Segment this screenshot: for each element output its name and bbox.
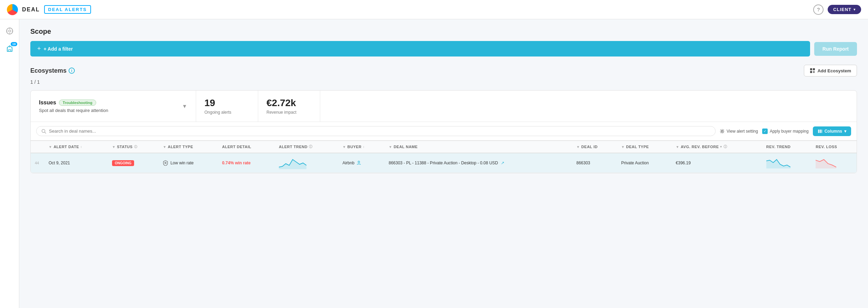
status-cell: ONGOING xyxy=(108,153,159,173)
col-header-deal-name: ▼ DEAL NAME xyxy=(384,141,572,153)
gear-icon xyxy=(720,129,725,134)
revenue-impact-stat: €2.72k Revenue impact xyxy=(258,91,320,122)
brand-deal-label: DEAL xyxy=(22,7,40,13)
apply-buyer-mapping-label: Apply buyer mapping xyxy=(770,129,809,134)
help-button[interactable]: ? xyxy=(813,4,824,15)
col-header-alert-type: ▼ ALERT TYPE xyxy=(159,141,218,153)
buyer-person-icon xyxy=(356,161,361,165)
issues-text: Issues xyxy=(39,100,56,106)
columns-chevron-icon: ▾ xyxy=(844,129,846,134)
col-header-rev-loss: REV. LOSS xyxy=(811,141,857,153)
svg-rect-6 xyxy=(810,68,812,70)
col-header-avg-rev: ▼ AVG. REV. BEFORE ▾ ⓘ xyxy=(672,141,762,153)
plus-icon: + xyxy=(37,45,41,52)
svg-rect-7 xyxy=(813,68,815,70)
col-header-deal-id: ▼ DEAL ID xyxy=(572,141,617,153)
topnav-right-area: ? CLIENT ▾ xyxy=(813,4,861,15)
brand-alerts-label: DEAL ALERTS xyxy=(44,5,91,14)
checkbox-checked-icon: ✓ xyxy=(762,129,768,134)
revenue-value: €2.72k xyxy=(266,97,312,109)
ongoing-count-label: Ongoing alerts xyxy=(204,110,250,115)
alerts-badge: 19 xyxy=(11,42,17,46)
col-header-empty xyxy=(31,141,44,153)
sidebar: 19 xyxy=(0,19,19,308)
table-container: ▼ ALERT DATE ↕ ▼ STATUS ⓘ xyxy=(31,141,857,173)
ecosystem-card: Issues Troubleshooting Spot all deals th… xyxy=(30,90,857,173)
table-body: 44 Oct 9, 2021 ONGOING xyxy=(31,153,857,173)
col-header-alert-trend: ALERT TREND ⓘ xyxy=(275,141,338,153)
add-ecosystem-label: Add Ecosystem xyxy=(817,68,851,73)
ecosystems-title-area: Ecosystems i xyxy=(30,67,75,74)
ecosystems-header: Ecosystems i Add Ecosystem xyxy=(30,65,857,76)
brand-area: DEAL DEAL ALERTS xyxy=(7,4,91,15)
svg-point-13 xyxy=(721,130,723,132)
rev-loss-cell xyxy=(811,153,857,173)
table-header: ▼ ALERT DATE ↕ ▼ STATUS ⓘ xyxy=(31,141,857,153)
svg-point-18 xyxy=(358,161,360,163)
ecosystem-summary: Issues Troubleshooting Spot all deals th… xyxy=(31,91,857,122)
rev-trend-cell xyxy=(762,153,811,173)
ecosystem-info-content: Issues Troubleshooting Spot all deals th… xyxy=(39,100,108,113)
ongoing-count-value: 19 xyxy=(204,97,250,109)
col-header-alert-detail: ALERT DETAIL xyxy=(218,141,275,153)
apply-buyer-mapping-button[interactable]: ✓ Apply buyer mapping xyxy=(762,129,809,134)
pagination-label: 1 / 1 xyxy=(30,79,857,85)
deals-table: ▼ ALERT DATE ↕ ▼ STATUS ⓘ xyxy=(31,141,857,173)
alert-type-cell: Low win rate xyxy=(159,153,218,173)
deal-type-cell: Private Auction xyxy=(617,153,672,173)
sidebar-item-compass[interactable] xyxy=(3,25,16,37)
client-label: CLIENT xyxy=(833,7,851,12)
client-dropdown-button[interactable]: CLIENT ▾ xyxy=(828,5,861,14)
svg-rect-8 xyxy=(810,71,812,73)
run-report-label: Run Report xyxy=(822,46,849,52)
sidebar-item-alerts[interactable]: 19 xyxy=(3,43,16,55)
rev-trend-sparkline xyxy=(766,157,790,168)
view-alert-setting-button[interactable]: View alert setting xyxy=(720,129,758,134)
ecosystem-info-block: Issues Troubleshooting Spot all deals th… xyxy=(31,91,196,122)
buyer-cell: Airbnb xyxy=(338,153,384,173)
deal-name-cell: 866303 - PL - 11388 - Private Auction - … xyxy=(384,153,572,173)
alert-trend-cell xyxy=(275,153,338,173)
deal-id-cell: 866303 xyxy=(572,153,617,173)
col-header-status: ▼ STATUS ⓘ xyxy=(108,141,159,153)
col-header-alert-date: ▼ ALERT DATE ↕ xyxy=(44,141,108,153)
table-toolbar: View alert setting ✓ Apply buyer mapping… xyxy=(31,122,857,141)
col-header-rev-trend: REV. TREND xyxy=(762,141,811,153)
view-alert-setting-label: View alert setting xyxy=(727,129,758,134)
grid-plus-icon xyxy=(810,68,815,73)
svg-point-1 xyxy=(9,30,11,32)
svg-point-17 xyxy=(165,162,166,164)
svg-rect-14 xyxy=(818,130,819,133)
deal-link-icon[interactable]: ↗ xyxy=(501,161,504,165)
columns-label: Columns xyxy=(825,129,842,134)
svg-rect-15 xyxy=(820,130,821,133)
add-filter-button[interactable]: + + Add a filter xyxy=(30,41,810,57)
toolbar-actions: View alert setting ✓ Apply buyer mapping… xyxy=(720,126,851,136)
run-report-button[interactable]: Run Report xyxy=(814,42,857,56)
row-num: 44 xyxy=(31,153,44,173)
search-icon xyxy=(41,129,46,134)
chevron-down-icon: ▾ xyxy=(854,8,856,11)
status-ongoing-badge: ONGOING xyxy=(112,160,134,166)
main-content: Scope + + Add a filter Run Report Ecosys… xyxy=(19,19,868,308)
logo-icon xyxy=(7,4,18,15)
svg-rect-16 xyxy=(821,130,822,133)
columns-button[interactable]: Columns ▾ xyxy=(813,126,851,136)
search-input[interactable] xyxy=(49,129,710,134)
troubleshooting-badge: Troubleshooting xyxy=(59,100,96,106)
ecosystems-info-icon[interactable]: i xyxy=(69,68,75,74)
col-header-deal-type: ▼ DEAL TYPE xyxy=(617,141,672,153)
ongoing-alerts-stat: 19 Ongoing alerts xyxy=(196,91,258,122)
table-row: 44 Oct 9, 2021 ONGOING xyxy=(31,153,857,173)
add-filter-label: + Add a filter xyxy=(44,46,73,52)
ecosystems-label: Ecosystems xyxy=(30,67,67,74)
svg-rect-10 xyxy=(814,71,814,73)
search-box[interactable] xyxy=(36,126,716,136)
top-navigation: DEAL DEAL ALERTS ? CLIENT ▾ xyxy=(0,0,868,19)
col-header-buyer: ▼ BUYER ↕ xyxy=(338,141,384,153)
add-ecosystem-button[interactable]: Add Ecosystem xyxy=(804,65,857,76)
alert-detail-cell: 0.74% win rate xyxy=(218,153,275,173)
expand-icon[interactable]: ▾ xyxy=(182,101,188,111)
rev-loss-sparkline xyxy=(816,157,836,168)
revenue-label: Revenue impact xyxy=(266,110,312,115)
